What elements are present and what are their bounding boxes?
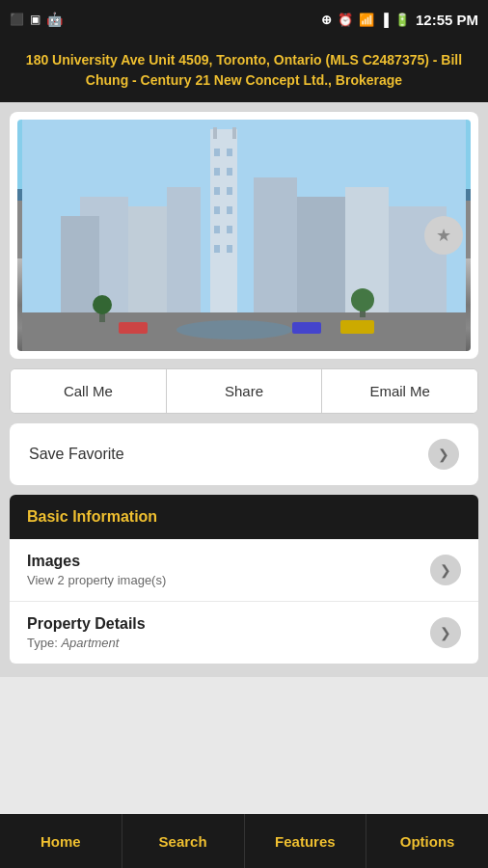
property-details-item-subtitle: Type: Apartment xyxy=(27,636,430,650)
chevron-right-icon: ❯ xyxy=(438,447,449,462)
property-details-section-item[interactable]: Property Details Type: Apartment ❯ xyxy=(10,602,478,664)
svg-rect-15 xyxy=(227,245,232,253)
save-favorite-chevron: ❯ xyxy=(428,439,459,470)
status-bar-right: ⊕ ⏰ 📶 ▐ 🔋 12:55 PM xyxy=(321,12,478,28)
status-bar: ⬛ ▣ 🤖 ⊕ ⏰ 📶 ▐ 🔋 12:55 PM xyxy=(0,0,488,39)
save-favorite-label: Save Favorite xyxy=(29,446,124,463)
svg-rect-12 xyxy=(214,226,220,233)
chevron-right-icon: ❯ xyxy=(440,562,451,578)
screen-icon: ⬛ xyxy=(10,13,24,26)
svg-rect-7 xyxy=(227,168,232,176)
property-image xyxy=(17,120,471,351)
property-details-item-content: Property Details Type: Apartment xyxy=(27,615,430,650)
navigation-icon: ⊕ xyxy=(321,13,332,27)
nav-options-label: Options xyxy=(400,833,455,850)
svg-rect-8 xyxy=(214,187,220,195)
action-buttons-container: Call Me Share Email Me xyxy=(10,368,478,414)
svg-rect-10 xyxy=(214,206,220,214)
nav-item-features[interactable]: Features xyxy=(245,814,367,868)
section-header: Basic Information xyxy=(10,495,478,539)
svg-rect-11 xyxy=(227,206,232,214)
property-details-item-chevron: ❯ xyxy=(430,617,461,648)
favorite-button[interactable]: ★ xyxy=(424,216,463,255)
chevron-right-icon: ❯ xyxy=(440,625,451,640)
signal-icon: ▐ xyxy=(380,13,389,27)
svg-rect-30 xyxy=(119,322,148,334)
status-bar-left: ⬛ ▣ 🤖 xyxy=(10,12,63,27)
section-body: Images View 2 property image(s) ❯ Proper… xyxy=(10,539,478,664)
bottom-navigation: Home Search Features Options xyxy=(0,814,488,868)
svg-rect-31 xyxy=(292,322,321,334)
nav-item-home[interactable]: Home xyxy=(0,814,122,868)
svg-rect-6 xyxy=(214,168,220,176)
svg-rect-32 xyxy=(340,320,374,334)
property-details-item-title: Property Details xyxy=(27,615,430,633)
nav-features-label: Features xyxy=(275,833,336,850)
images-section-item[interactable]: Images View 2 property image(s) ❯ xyxy=(10,539,478,602)
svg-rect-13 xyxy=(227,226,232,233)
svg-point-27 xyxy=(93,295,112,314)
svg-rect-5 xyxy=(227,149,232,156)
nav-item-search[interactable]: Search xyxy=(122,814,245,868)
nav-search-label: Search xyxy=(159,833,207,850)
save-favorite-button[interactable]: Save Favorite ❯ xyxy=(10,423,478,485)
wifi-icon: 📶 xyxy=(359,13,374,27)
svg-point-25 xyxy=(176,320,292,339)
svg-rect-3 xyxy=(232,127,236,139)
images-item-content: Images View 2 property image(s) xyxy=(27,553,430,587)
basic-information-section: Basic Information Images View 2 property… xyxy=(10,495,478,664)
share-button[interactable]: Share xyxy=(167,369,323,413)
images-item-chevron: ❯ xyxy=(430,555,461,585)
property-title: 180 University Ave Unit 4509, Toronto, O… xyxy=(19,50,469,91)
svg-rect-9 xyxy=(227,187,232,195)
email-me-button[interactable]: Email Me xyxy=(322,369,477,413)
nav-item-options[interactable]: Options xyxy=(366,814,488,868)
alarm-icon: ⏰ xyxy=(338,13,353,27)
svg-rect-14 xyxy=(214,245,220,253)
section-header-title: Basic Information xyxy=(27,508,157,525)
svg-rect-2 xyxy=(213,127,217,139)
android-icon: 🤖 xyxy=(46,12,63,27)
property-image-container: ★ xyxy=(10,112,478,359)
images-item-subtitle: View 2 property image(s) xyxy=(27,573,430,587)
time-display: 12:55 PM xyxy=(416,12,478,28)
images-item-title: Images xyxy=(27,553,430,570)
main-content: ★ Call Me Share Email Me Save Favorite ❯… xyxy=(0,102,488,677)
media-icon: ▣ xyxy=(30,13,41,26)
property-header: 180 University Ave Unit 4509, Toronto, O… xyxy=(0,39,488,102)
svg-rect-4 xyxy=(214,149,220,156)
nav-home-label: Home xyxy=(41,833,81,850)
svg-point-29 xyxy=(351,288,374,312)
skyline-svg xyxy=(17,120,471,351)
call-me-button[interactable]: Call Me xyxy=(11,369,167,413)
battery-icon: 🔋 xyxy=(394,13,410,27)
star-icon: ★ xyxy=(436,225,451,246)
